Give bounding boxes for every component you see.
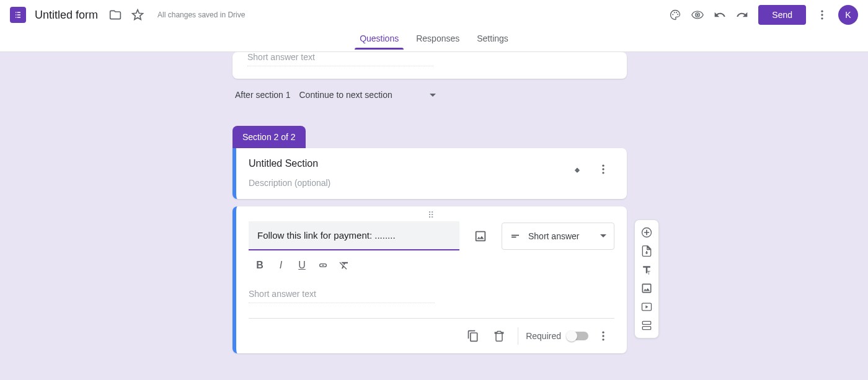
tab-questions[interactable]: Questions: [358, 30, 400, 50]
duplicate-icon[interactable]: [462, 325, 484, 347]
undo-icon[interactable]: [709, 4, 731, 26]
divider: [518, 327, 518, 345]
underline-icon[interactable]: U: [293, 257, 311, 274]
tabs: Questions Responses Settings: [0, 30, 868, 52]
form-title[interactable]: Untitled form: [35, 9, 98, 22]
svg-text:T: T: [647, 270, 650, 276]
short-answer-placeholder: Short answer text: [247, 52, 433, 66]
svg-point-13: [602, 335, 604, 337]
format-toolbar: B I U: [249, 257, 614, 274]
question-card-active[interactable]: ⠿ Short answer B I U: [232, 206, 627, 353]
bold-icon[interactable]: B: [251, 257, 268, 274]
redo-icon[interactable]: [731, 4, 753, 26]
chevron-down-icon: [430, 94, 436, 97]
question-type-select[interactable]: Short answer: [502, 223, 614, 250]
floating-toolbar: T: [634, 219, 659, 338]
more-icon[interactable]: [811, 4, 833, 26]
after-section-label: After section 1: [235, 90, 291, 100]
italic-icon[interactable]: I: [272, 257, 290, 274]
section-header-card[interactable]: Untitled Section Description (optional): [232, 148, 627, 199]
after-section-row: After section 1 Continue to next section: [235, 90, 624, 100]
app-header: Untitled form All changes saved in Drive…: [0, 0, 868, 52]
svg-point-9: [602, 165, 604, 167]
add-image-icon[interactable]: [468, 224, 493, 249]
required-label: Required: [526, 331, 561, 341]
svg-point-5: [697, 14, 699, 15]
add-title-icon[interactable]: T: [637, 261, 657, 278]
question-more-icon[interactable]: [592, 325, 614, 347]
drag-handle-icon[interactable]: ⠿: [249, 206, 614, 221]
svg-point-7: [821, 14, 823, 15]
tab-settings[interactable]: Settings: [476, 30, 510, 50]
section-title[interactable]: Untitled Section: [249, 158, 561, 169]
add-image-icon[interactable]: [637, 280, 657, 297]
svg-rect-18: [642, 321, 650, 324]
delete-icon[interactable]: [488, 325, 510, 347]
section-description[interactable]: Description (optional): [249, 178, 561, 188]
question-card-prev[interactable]: Short answer text: [232, 52, 627, 79]
svg-point-2: [674, 12, 675, 13]
link-icon[interactable]: [314, 257, 332, 274]
svg-point-10: [602, 168, 604, 170]
move-to-folder-icon[interactable]: [104, 4, 126, 26]
import-questions-icon[interactable]: [637, 242, 657, 260]
short-answer-icon: [510, 231, 521, 242]
short-answer-placeholder: Short answer text: [249, 289, 435, 303]
svg-rect-19: [642, 327, 650, 330]
question-footer: Required: [249, 318, 614, 347]
add-question-icon[interactable]: [637, 224, 657, 241]
section-badge: Section 2 of 2: [232, 126, 306, 148]
section-more-icon[interactable]: [592, 158, 614, 180]
add-section-icon[interactable]: [637, 317, 657, 334]
tab-responses[interactable]: Responses: [415, 30, 461, 50]
required-toggle[interactable]: [567, 332, 588, 340]
after-section-select[interactable]: Continue to next section: [299, 90, 436, 100]
svg-point-1: [673, 14, 674, 15]
account-avatar[interactable]: K: [838, 5, 858, 25]
forms-logo[interactable]: [10, 7, 26, 23]
save-status: All changes saved in Drive: [157, 11, 245, 19]
clear-format-icon[interactable]: [335, 257, 353, 274]
collapse-section-icon[interactable]: [566, 158, 588, 180]
customize-theme-icon[interactable]: [664, 4, 686, 26]
svg-point-8: [821, 17, 823, 19]
svg-point-4: [677, 14, 678, 15]
preview-icon[interactable]: [686, 4, 709, 26]
svg-point-3: [676, 12, 677, 13]
svg-point-12: [602, 332, 604, 334]
chevron-down-icon: [600, 234, 606, 237]
svg-point-14: [602, 338, 604, 340]
star-icon[interactable]: [126, 4, 149, 26]
svg-point-11: [602, 172, 604, 174]
send-button[interactable]: Send: [758, 5, 806, 25]
question-input[interactable]: [249, 221, 459, 250]
svg-point-6: [821, 11, 823, 12]
form-canvas: Short answer text After section 1 Contin…: [0, 52, 868, 380]
add-video-icon[interactable]: [637, 298, 657, 316]
